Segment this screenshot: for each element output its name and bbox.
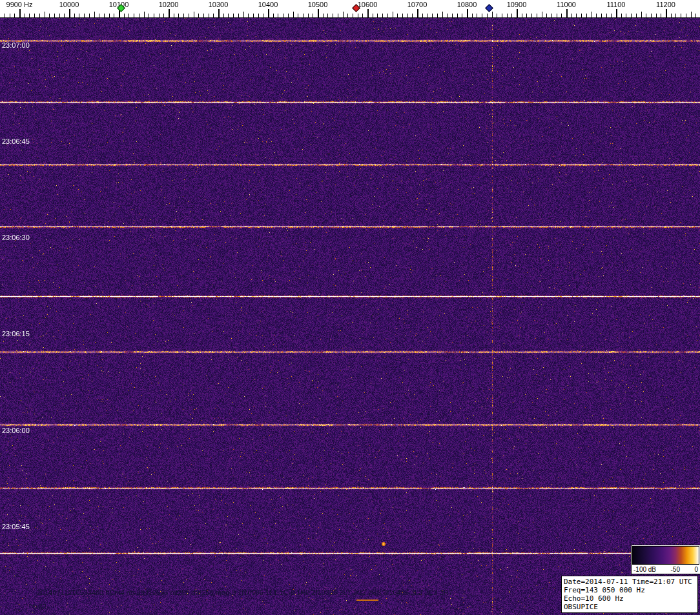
legend-scale-labels: -100 dB -50 0	[632, 565, 699, 573]
spectrogram-screen: 23:07:0023:06:4523:06:3023:06:1523:06:00…	[0, 0, 700, 615]
info-freq-line: Freq=143 050 000 Hz	[564, 586, 695, 594]
legend-min-label: -100 dB	[633, 566, 656, 573]
info-date-line: Date=2014-07-11 Time=21:07 UTC	[564, 578, 695, 586]
observation-info-box: Date=2014-07-11 Time=21:07 UTC Freq=143 …	[561, 576, 698, 613]
frequency-ruler[interactable]	[0, 0, 700, 18]
legend-max-label: 0	[694, 566, 698, 573]
frequency-scale-canvas[interactable]	[0, 0, 700, 18]
time-label: 23:05:45	[2, 523, 30, 530]
colormap-gradient-bar	[632, 546, 699, 565]
legend-mid-label: -50	[671, 566, 680, 573]
time-label: 23:07:00	[2, 41, 30, 49]
time-label: 23:06:00	[2, 427, 30, 434]
cursor-readout-text: ^t+32	[29, 603, 46, 610]
time-label: 23:06:30	[2, 234, 30, 241]
intensity-legend: -100 dB -50 0	[631, 545, 700, 574]
time-label: 23:06:15	[2, 330, 30, 338]
time-label: 23:06:45	[2, 137, 30, 145]
waterfall-spectrogram-canvas	[0, 18, 700, 615]
info-echo-line: Echo=10 600 Hz	[564, 594, 695, 603]
detection-log-text: 20140711210532460 hCnt4 nb-89 f10596 hit…	[37, 589, 453, 596]
info-station-line: OBSUPICE	[564, 603, 695, 611]
